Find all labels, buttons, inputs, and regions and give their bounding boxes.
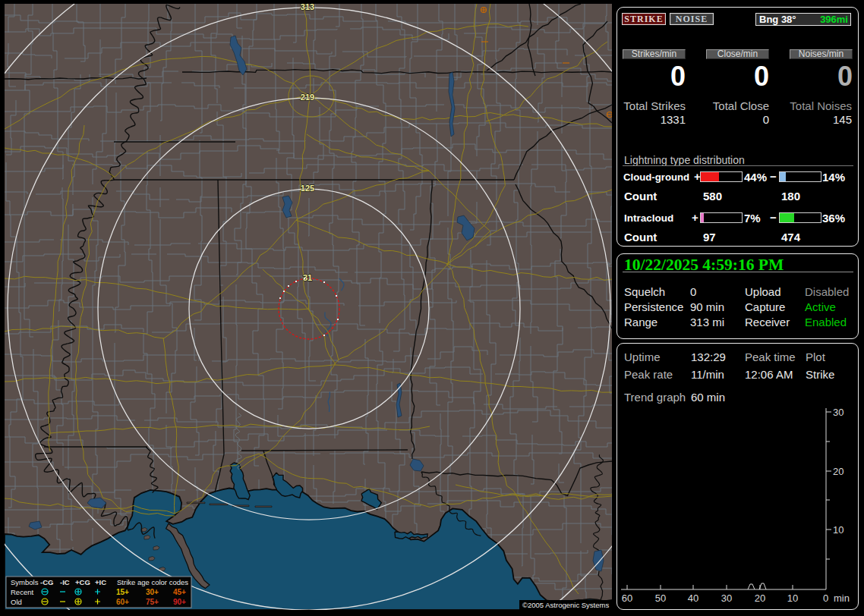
svg-text:60+: 60+ [116,598,129,606]
svg-text:+CG: +CG [75,578,90,586]
svg-text:Strike age color codes: Strike age color codes [117,578,188,586]
svg-text:15+: 15+ [116,588,129,596]
svg-text:Old: Old [11,598,22,606]
svg-text:50: 50 [655,592,666,604]
svg-text:90+: 90+ [173,598,186,606]
svg-text:20: 20 [755,592,765,604]
svg-text:30+: 30+ [146,588,159,596]
svg-text:©2005 Astrogenic Systems: ©2005 Astrogenic Systems [522,601,609,609]
svg-text:20: 20 [833,466,844,477]
svg-text:-CG: -CG [40,578,53,586]
svg-text:Recent: Recent [11,588,33,596]
svg-text:125: 125 [301,184,314,193]
svg-text:0: 0 [823,592,828,604]
svg-text:Symbols: Symbols [11,578,39,586]
svg-text:30: 30 [833,407,844,418]
svg-text:10: 10 [833,524,844,536]
svg-text:min: min [834,592,850,604]
svg-text:-IC: -IC [60,578,70,586]
svg-text:+IC: +IC [95,578,106,586]
svg-text:10: 10 [787,592,798,604]
svg-text:40: 40 [688,592,698,604]
svg-text:30: 30 [721,592,732,604]
svg-text:75+: 75+ [146,598,159,606]
svg-text:313: 313 [301,4,314,11]
svg-text:219: 219 [301,93,314,102]
svg-text:60: 60 [622,592,632,604]
svg-text:45+: 45+ [173,588,186,596]
